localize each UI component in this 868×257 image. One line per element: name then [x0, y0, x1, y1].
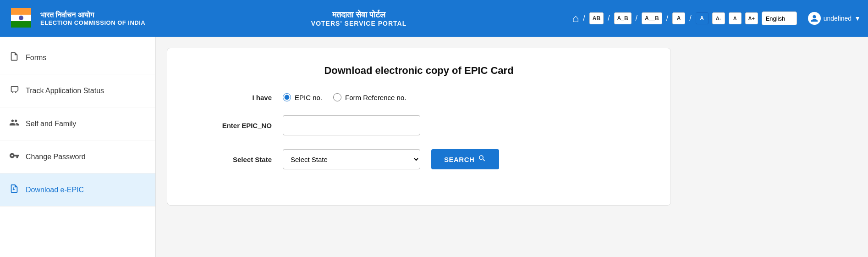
card-title: Download electronic copy of EPIC Card: [189, 65, 648, 77]
search-icon: [478, 154, 486, 164]
self-family-icon: [9, 117, 19, 130]
font-size-normal-button[interactable]: A: [729, 12, 742, 24]
search-button[interactable]: SEARCH: [431, 149, 499, 169]
divider-2: /: [608, 14, 610, 22]
form-ref-option[interactable]: Form Reference no.: [333, 93, 406, 101]
sidebar-self-family-label: Self and Family: [26, 120, 76, 128]
svg-point-5: [15, 92, 16, 93]
search-button-label: SEARCH: [444, 156, 474, 163]
epic-no-radio[interactable]: [283, 93, 291, 101]
sidebar-item-self-family[interactable]: Self and Family: [0, 107, 155, 140]
select-state-label: Select State: [189, 156, 272, 163]
contrast-ab-button[interactable]: AB: [589, 12, 604, 24]
forms-icon: [9, 51, 19, 64]
epic-card: Download electronic copy of EPIC Card I …: [167, 48, 671, 206]
epic-no-label: EPIC no.: [295, 94, 322, 101]
user-name: undefined: [824, 15, 852, 22]
divider-4: /: [666, 14, 668, 22]
svg-point-3: [19, 16, 23, 20]
contrast-a2-button[interactable]: A: [696, 12, 709, 24]
epic-no-input[interactable]: [283, 115, 420, 135]
header-org: भारत निर्वाचन आयोग ELECTION COMMISSION O…: [40, 11, 145, 26]
portal-hindi: मतदाता सेवा पोर्टल: [145, 10, 572, 20]
i-have-row: I have EPIC no. Form Reference no.: [189, 93, 648, 101]
sidebar-track-label: Track Application Status: [26, 87, 104, 95]
epic-no-row: Enter EPIC_NO: [189, 115, 648, 135]
eci-logo-icon: [7, 5, 35, 32]
svg-rect-0: [11, 8, 31, 15]
change-password-icon: [9, 151, 19, 163]
state-selector[interactable]: Select State Andhra Pradesh Arunachal Pr…: [283, 149, 420, 169]
user-section[interactable]: undefined ▼: [808, 12, 861, 25]
contrast-ab2-button[interactable]: A_B: [614, 12, 632, 24]
user-dropdown-icon[interactable]: ▼: [854, 15, 861, 22]
layout: Forms Track Application Status Self and …: [0, 37, 868, 257]
contrast-a-button[interactable]: A: [672, 12, 685, 24]
language-selector[interactable]: English हिंदी: [762, 11, 797, 25]
header-right: ⌂ / AB / A_B / A__B / A / A A- A A+ Engl…: [572, 11, 861, 25]
font-size-minus-button[interactable]: A-: [712, 12, 725, 24]
org-english: ELECTION COMMISSION OF INDIA: [40, 19, 145, 26]
divider-3: /: [636, 14, 637, 22]
sidebar-download-epic-label: Download e-EPIC: [26, 186, 84, 194]
form-ref-label: Form Reference no.: [345, 94, 406, 101]
contrast-ab3-button[interactable]: A__B: [642, 12, 662, 24]
download-epic-icon: [9, 184, 19, 196]
enter-epic-label: Enter EPIC_NO: [189, 122, 272, 129]
header-center: मतदाता सेवा पोर्टल VOTERS' SERVICE PORTA…: [145, 10, 572, 27]
main-content: Download electronic copy of EPIC Card I …: [156, 37, 868, 257]
font-size-plus-button[interactable]: A+: [745, 12, 758, 24]
svg-rect-2: [11, 21, 31, 28]
radio-group: EPIC no. Form Reference no.: [283, 93, 406, 101]
track-icon: [9, 84, 19, 97]
divider-1: /: [583, 14, 585, 22]
header: भारत निर्वाचन आयोग ELECTION COMMISSION O…: [0, 0, 868, 37]
user-avatar-icon: [808, 12, 821, 25]
select-state-row: Select State Select State Andhra Pradesh…: [189, 149, 648, 169]
sidebar-item-forms[interactable]: Forms: [0, 41, 155, 74]
i-have-label: I have: [189, 94, 272, 101]
org-hindi: भारत निर्वाचन आयोग: [40, 11, 145, 19]
svg-point-4: [12, 92, 13, 93]
epic-no-option[interactable]: EPIC no.: [283, 93, 322, 101]
form-ref-radio[interactable]: [333, 93, 341, 101]
sidebar-item-change-password[interactable]: Change Password: [0, 140, 155, 173]
sidebar-forms-label: Forms: [26, 54, 46, 62]
sidebar-item-track[interactable]: Track Application Status: [0, 74, 155, 107]
portal-english: VOTERS' SERVICE PORTAL: [145, 20, 572, 27]
sidebar-item-download-epic[interactable]: Download e-EPIC: [0, 173, 155, 207]
sidebar: Forms Track Application Status Self and …: [0, 37, 156, 257]
home-icon[interactable]: ⌂: [572, 12, 579, 25]
header-logo: भारत निर्वाचन आयोग ELECTION COMMISSION O…: [7, 5, 145, 32]
sidebar-change-password-label: Change Password: [26, 153, 86, 161]
divider-5: /: [689, 14, 691, 22]
